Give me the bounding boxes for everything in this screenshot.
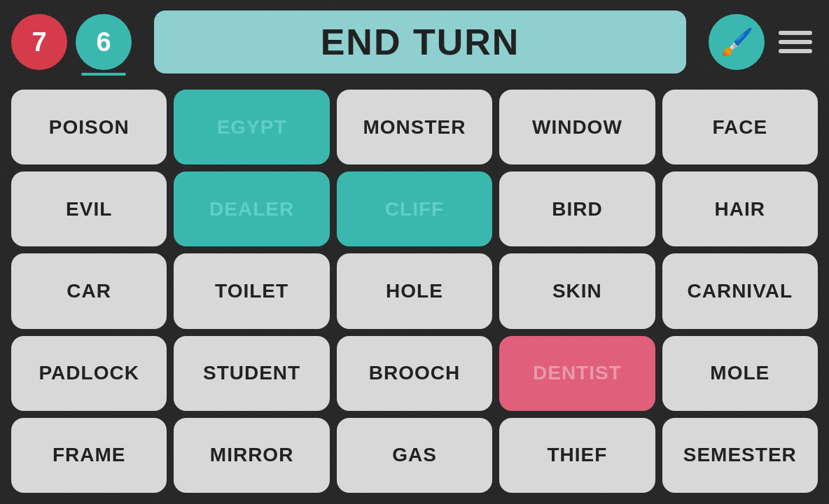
menu-line-1 — [779, 31, 812, 35]
word-card[interactable]: MOLE — [662, 336, 818, 411]
brush-icon: 🖌️ — [720, 27, 753, 57]
menu-line-3 — [779, 49, 812, 53]
word-card[interactable]: CARNIVAL — [662, 253, 818, 328]
word-card[interactable]: MIRROR — [174, 418, 329, 493]
score-teal-badge: 6 — [76, 14, 132, 70]
word-card[interactable]: POISON — [11, 90, 167, 164]
word-card[interactable]: SEMESTER — [662, 418, 818, 493]
word-grid: POISONEGYPTMONSTERWINDOWFACEEVILDEALERCL… — [0, 84, 829, 504]
word-card[interactable]: DEALER — [174, 172, 329, 246]
word-card[interactable]: GAS — [337, 418, 492, 493]
word-card[interactable]: FRAME — [11, 418, 167, 493]
word-card[interactable]: DENTIST — [499, 336, 655, 411]
end-turn-button[interactable]: END TURN — [154, 10, 686, 74]
brush-button[interactable]: 🖌️ — [709, 14, 765, 70]
word-card[interactable]: TOILET — [174, 253, 329, 328]
word-card[interactable]: FACE — [662, 90, 818, 164]
word-card[interactable]: CAR — [11, 253, 167, 328]
score-red-badge: 7 — [11, 14, 67, 70]
menu-button[interactable] — [773, 25, 818, 59]
word-card[interactable]: HOLE — [337, 253, 492, 328]
header-right: 🖌️ — [709, 14, 818, 70]
word-card[interactable]: EGYPT — [174, 90, 329, 164]
word-card[interactable]: EVIL — [11, 172, 167, 246]
word-card[interactable]: BIRD — [499, 172, 655, 246]
word-card[interactable]: SKIN — [499, 253, 655, 328]
word-card[interactable]: CLIFF — [337, 172, 492, 246]
word-card[interactable]: THIEF — [499, 418, 655, 493]
word-card[interactable]: BROOCH — [337, 336, 492, 411]
header: 7 6 END TURN 🖌️ — [0, 0, 829, 84]
word-card[interactable]: HAIR — [662, 172, 818, 246]
word-card[interactable]: WINDOW — [499, 90, 655, 164]
menu-line-2 — [779, 40, 812, 44]
word-card[interactable]: STUDENT — [174, 336, 329, 411]
word-card[interactable]: PADLOCK — [11, 336, 167, 411]
word-card[interactable]: MONSTER — [337, 90, 492, 164]
score-teal-value: 6 — [96, 27, 111, 57]
score-red-value: 7 — [32, 27, 46, 57]
